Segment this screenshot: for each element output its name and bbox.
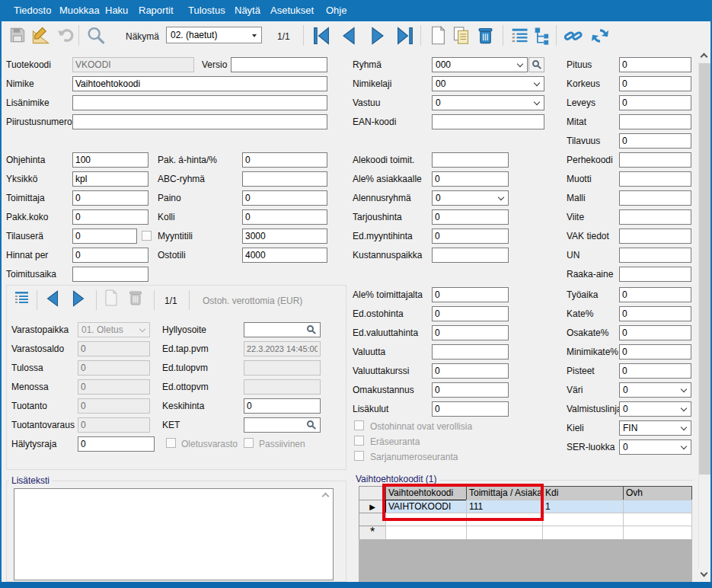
toimittaja-field[interactable] [72,190,148,206]
magnifier-icon[interactable] [307,325,314,332]
nimikelaji-combo[interactable]: 00 [432,76,544,91]
new-record-icon[interactable] [428,25,449,46]
ryhma-combo[interactable]: 000 [432,57,528,72]
grid-new-row-selector[interactable]: * [359,526,386,540]
versio-field[interactable] [231,57,327,72]
vari-combo[interactable]: 0 [619,382,691,398]
ed-myyntihinta-field[interactable] [432,228,509,244]
yksikko-field[interactable] [72,171,148,187]
valmistuslinja-combo[interactable]: 0 [619,401,691,417]
raaka-aine-field[interactable] [619,267,691,282]
hinnat-per-field[interactable] [72,248,148,263]
valuuttakurssi-field[interactable] [432,363,509,379]
grid-cell-empty[interactable] [623,513,692,526]
grid-cell-ovh[interactable] [623,500,692,513]
view-combo[interactable]: 02. (haetut) [166,27,262,43]
alekoodi-field[interactable] [432,152,509,168]
ale-asiakkaalle-field[interactable] [432,171,509,187]
link-icon[interactable] [563,25,584,46]
grid-cell-empty[interactable] [385,526,467,540]
pakk-koko-field[interactable] [72,209,148,225]
osakate-field[interactable] [619,325,691,340]
grid-cell-empty[interactable] [623,526,692,540]
grid-cell-kdi[interactable]: 1 [542,500,624,513]
warehouse-next-icon[interactable] [69,289,90,310]
previous-record-icon[interactable] [338,25,359,46]
ed-ostohinta-field[interactable] [432,306,509,321]
menu-muokkaa[interactable]: Muokkaa [59,0,100,21]
lisateksti-textarea[interactable] [14,488,334,580]
lisakulut-field[interactable] [432,401,509,417]
scrollbar-thumb[interactable] [699,63,710,475]
kustannuspaikka-field[interactable] [432,248,509,263]
valuutta-field[interactable] [432,344,509,360]
menu-raportit[interactable]: Raportit [139,0,174,21]
omakustannus-field[interactable] [432,382,509,398]
pak-ahinta-field[interactable] [242,152,327,168]
ser-luokka-combo[interactable]: 0 [619,439,691,455]
alennusryhma-combo[interactable]: 0 [432,190,509,206]
vak-tiedot-field[interactable] [619,228,691,244]
search-icon[interactable] [85,25,107,46]
warehouse-table-view-icon[interactable] [12,289,34,310]
ale-toimittajalta-field[interactable] [432,287,509,302]
grid-header-kdi[interactable]: Kdi [542,486,624,500]
ryhma-search-button[interactable] [528,57,544,72]
keskihinta-field[interactable] [244,398,321,414]
muotti-field[interactable] [619,171,691,187]
halytysraja-field[interactable] [78,436,155,452]
refresh-icon[interactable] [589,25,611,46]
ean-field[interactable] [432,114,544,129]
kate-field[interactable] [619,306,691,321]
ostotili-field[interactable] [242,248,327,263]
menu-nayta[interactable]: Näytä [235,0,260,21]
nimike-field[interactable] [72,76,327,91]
un-field[interactable] [619,248,691,263]
pituus-field[interactable] [619,57,691,72]
abc-ryhma-field[interactable] [242,171,327,187]
pisteet-field[interactable] [619,363,691,379]
vastuu-combo[interactable]: 0 [432,95,544,110]
leveys-field[interactable] [619,95,691,110]
perhekoodi-field[interactable] [619,152,691,168]
grid-cell-empty[interactable] [542,526,624,540]
menu-tulostus[interactable]: Tulostus [188,0,225,21]
scroll-up-icon[interactable] [698,50,710,62]
next-record-icon[interactable] [367,25,388,46]
last-record-icon[interactable] [394,25,416,46]
piirustusnumero-field[interactable] [72,114,327,129]
table-view-icon[interactable] [509,25,530,46]
delete-icon[interactable] [475,25,496,46]
tree-view-icon[interactable] [532,25,553,46]
menu-ohje[interactable]: Ohje [326,0,346,21]
tyoaika-field[interactable] [619,287,691,302]
viite-field[interactable] [619,209,691,225]
toimitusaika-field[interactable] [72,267,148,282]
malli-field[interactable] [619,190,691,206]
copy-icon[interactable] [451,25,472,46]
menu-haku[interactable]: Haku [105,0,128,21]
tilavuus-field[interactable] [619,133,691,149]
minimikate-field[interactable] [619,344,691,360]
first-record-icon[interactable] [311,25,332,46]
korkeus-field[interactable] [619,76,691,91]
edit-icon[interactable] [30,25,52,46]
ohjehinta-field[interactable] [72,152,148,168]
paino-field[interactable] [242,190,327,206]
kolli-field[interactable] [242,209,327,225]
kieli-combo[interactable]: FIN [619,420,691,436]
grid-cell-empty[interactable] [542,513,624,526]
myyntitili-field[interactable] [242,228,327,244]
mitat-field[interactable] [619,114,691,129]
ed-valuuttahinta-field[interactable] [432,325,509,340]
lisanimike-field[interactable] [72,95,327,110]
menu-asetukset[interactable]: Asetukset [270,0,314,21]
grid-cell-empty[interactable] [466,526,543,540]
tarjoushinta-field[interactable] [432,209,509,225]
scroll-down-icon[interactable] [698,569,710,582]
menu-tiedosto[interactable]: Tiedosto [14,0,51,21]
warehouse-previous-icon[interactable] [43,289,64,310]
grid-header-ovh[interactable]: Ovh [623,486,692,500]
magnifier-icon[interactable] [307,420,314,427]
tilausera-field[interactable] [72,228,137,244]
